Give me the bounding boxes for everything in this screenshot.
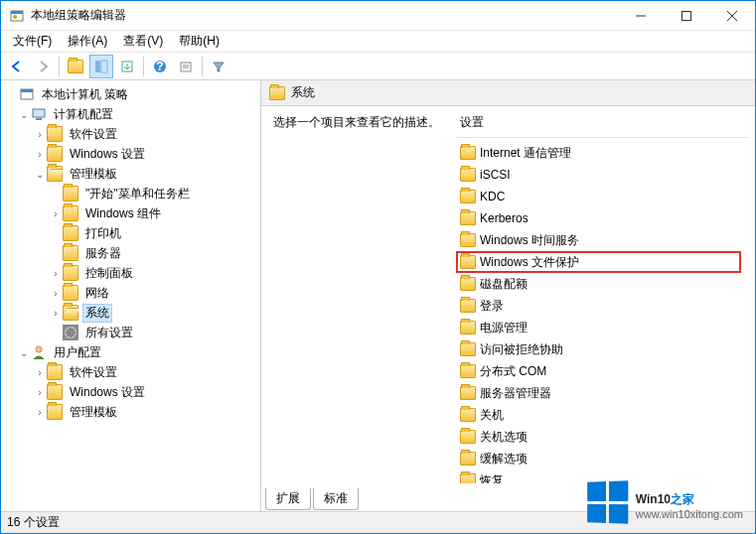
list-item-label: 分布式 COM — [480, 363, 546, 380]
tree-control-panel[interactable]: ›控制面板 — [1, 263, 260, 283]
tree-admin-templates[interactable]: ⌄管理模板 — [1, 164, 260, 184]
list-item-label: Kerberos — [480, 211, 529, 225]
collapse-icon[interactable]: ⌄ — [15, 347, 31, 358]
user-icon — [31, 344, 47, 360]
list-item[interactable]: 访问被拒绝协助 — [456, 338, 749, 360]
expand-icon[interactable]: › — [47, 208, 63, 219]
folder-open-icon — [63, 305, 78, 321]
collapse-icon[interactable]: ⌄ — [31, 169, 47, 180]
expand-icon[interactable]: › — [31, 407, 47, 418]
tree-startmenu[interactable]: "开始"菜单和任务栏 — [1, 184, 260, 203]
expand-icon[interactable]: › — [31, 387, 47, 398]
list-item-label: 访问被拒绝协助 — [480, 341, 563, 358]
help-button[interactable]: ? — [148, 55, 172, 78]
folder-icon — [63, 205, 78, 221]
up-button[interactable] — [64, 55, 87, 78]
expand-icon[interactable]: › — [31, 149, 47, 160]
expand-icon[interactable]: › — [47, 288, 63, 299]
tree-network[interactable]: ›网络 — [1, 283, 260, 303]
tree-user-software[interactable]: ›软件设置 — [1, 362, 260, 382]
expand-icon[interactable]: › — [47, 308, 63, 319]
folder-icon — [460, 452, 476, 466]
folder-icon — [460, 277, 476, 291]
list-item[interactable]: 登录 — [456, 295, 749, 317]
collapse-icon[interactable]: ⌄ — [15, 109, 31, 120]
list-item-label: 磁盘配额 — [480, 276, 528, 293]
expand-icon[interactable]: › — [31, 129, 47, 140]
folder-icon — [63, 285, 78, 301]
list-item[interactable]: 服务器管理器 — [456, 382, 749, 404]
menu-file[interactable]: 文件(F) — [7, 31, 58, 52]
folder-icon — [460, 342, 476, 356]
folder-icon — [460, 386, 476, 400]
list-item-label: 登录 — [480, 298, 504, 315]
tree-printer[interactable]: 打印机 — [1, 223, 260, 243]
list-item[interactable]: iSCSI — [456, 164, 749, 186]
separator — [202, 57, 203, 76]
list-item[interactable]: 关机 — [456, 404, 749, 426]
list-item[interactable]: 关机选项 — [456, 426, 749, 448]
list-item[interactable]: Windows 文件保护 — [456, 251, 741, 273]
tree-user-templates[interactable]: ›管理模板 — [1, 402, 260, 422]
list-item[interactable]: 恢复 — [456, 469, 749, 483]
export-button[interactable] — [115, 55, 139, 78]
folder-icon — [460, 233, 476, 247]
list-item[interactable]: Windows 时间服务 — [456, 229, 749, 251]
list-item-label: 关机选项 — [480, 429, 528, 446]
app-icon — [9, 8, 25, 24]
menu-action[interactable]: 操作(A) — [62, 31, 113, 52]
tree-windows-settings[interactable]: ›Windows 设置 — [1, 144, 260, 164]
tree-user-config[interactable]: ⌄用户配置 — [1, 342, 260, 362]
back-button[interactable] — [5, 55, 29, 78]
tree-system[interactable]: ›系统 — [1, 303, 260, 323]
statusbar: 16 个设置 — [1, 511, 755, 533]
tab-standard[interactable]: 标准 — [313, 488, 359, 510]
list-item[interactable]: Internet 通信管理 — [456, 142, 749, 164]
folder-icon — [460, 473, 476, 483]
folder-icon — [460, 299, 476, 313]
list-item-label: 服务器管理器 — [480, 385, 551, 402]
tree-root[interactable]: 本地计算机 策略 — [1, 84, 260, 104]
list-item[interactable]: KDC — [456, 186, 749, 207]
folder-icon — [47, 404, 63, 420]
settings-list[interactable]: Internet 通信管理iSCSIKDCKerberosWindows 时间服… — [456, 142, 749, 483]
tree-software[interactable]: ›软件设置 — [1, 124, 260, 144]
minimize-button[interactable] — [618, 1, 664, 31]
list-item[interactable]: Kerberos — [456, 207, 749, 229]
menu-view[interactable]: 查看(V) — [117, 31, 169, 52]
properties-button[interactable] — [174, 55, 198, 78]
tree-all-settings[interactable]: 所有设置 — [1, 323, 260, 342]
list-item-label: iSCSI — [480, 168, 511, 182]
view-tabs: 扩展 标准 — [261, 489, 755, 511]
expand-icon[interactable]: › — [31, 367, 47, 378]
list-item[interactable]: 缓解选项 — [456, 448, 749, 469]
tree-server[interactable]: 服务器 — [1, 243, 260, 263]
list-item[interactable]: 电源管理 — [456, 317, 749, 338]
list-item-label: 缓解选项 — [480, 451, 528, 467]
maximize-button[interactable] — [664, 1, 709, 31]
filter-button[interactable] — [207, 55, 230, 78]
folder-icon — [63, 186, 78, 201]
folder-icon — [63, 225, 78, 241]
list-item-label: Internet 通信管理 — [480, 145, 571, 162]
folder-icon — [63, 265, 78, 281]
folder-icon — [47, 146, 63, 162]
list-item[interactable]: 分布式 COM — [456, 360, 749, 382]
forward-button[interactable] — [31, 55, 55, 78]
tree-computer-config[interactable]: ⌄计算机配置 — [1, 104, 260, 124]
expand-icon[interactable]: › — [47, 268, 63, 279]
close-button[interactable] — [709, 1, 755, 31]
tab-extended[interactable]: 扩展 — [265, 488, 311, 510]
tree-user-windows[interactable]: ›Windows 设置 — [1, 382, 260, 402]
tree-pane[interactable]: 本地计算机 策略 ⌄计算机配置 ›软件设置 ›Windows 设置 ⌄管理模板 … — [1, 80, 261, 511]
show-tree-button[interactable] — [89, 55, 113, 78]
tree-win-components[interactable]: ›Windows 组件 — [1, 203, 260, 223]
svg-rect-17 — [33, 109, 45, 117]
menu-help[interactable]: 帮助(H) — [173, 31, 226, 52]
settings-column-header[interactable]: 设置 — [456, 112, 749, 138]
folder-icon — [460, 430, 476, 444]
svg-point-2 — [13, 15, 17, 19]
list-item[interactable]: 磁盘配额 — [456, 273, 749, 295]
svg-rect-8 — [101, 61, 107, 72]
svg-text:?: ? — [156, 60, 163, 73]
